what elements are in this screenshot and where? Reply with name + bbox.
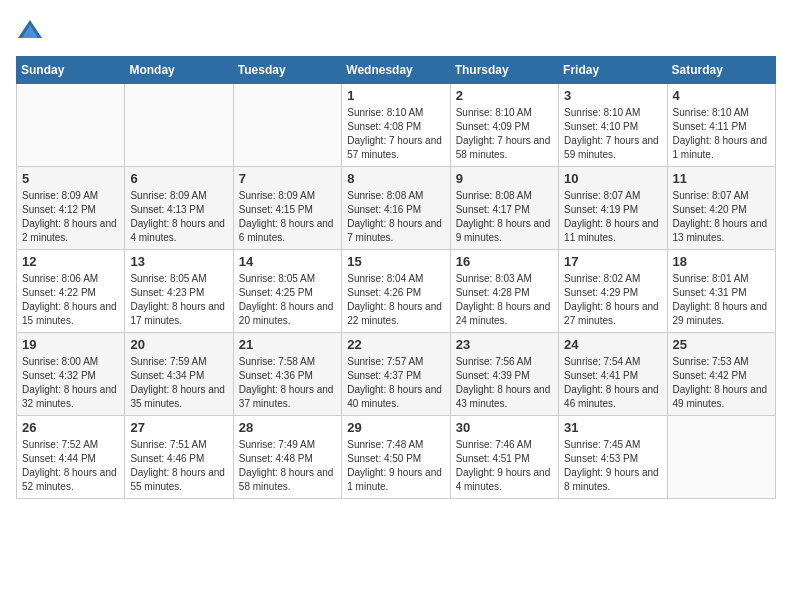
day-number: 31: [564, 420, 661, 435]
day-info: Sunrise: 8:00 AM Sunset: 4:32 PM Dayligh…: [22, 355, 119, 411]
day-number: 12: [22, 254, 119, 269]
calendar-cell: 24Sunrise: 7:54 AM Sunset: 4:41 PM Dayli…: [559, 333, 667, 416]
day-info: Sunrise: 8:08 AM Sunset: 4:17 PM Dayligh…: [456, 189, 553, 245]
calendar-cell: 11Sunrise: 8:07 AM Sunset: 4:20 PM Dayli…: [667, 167, 775, 250]
day-of-week-header: Wednesday: [342, 57, 450, 84]
day-number: 6: [130, 171, 227, 186]
calendar-cell: 31Sunrise: 7:45 AM Sunset: 4:53 PM Dayli…: [559, 416, 667, 499]
day-info: Sunrise: 8:02 AM Sunset: 4:29 PM Dayligh…: [564, 272, 661, 328]
day-info: Sunrise: 8:05 AM Sunset: 4:25 PM Dayligh…: [239, 272, 336, 328]
day-number: 20: [130, 337, 227, 352]
calendar-cell: 16Sunrise: 8:03 AM Sunset: 4:28 PM Dayli…: [450, 250, 558, 333]
logo-icon: [16, 16, 44, 44]
day-number: 9: [456, 171, 553, 186]
calendar-cell: 13Sunrise: 8:05 AM Sunset: 4:23 PM Dayli…: [125, 250, 233, 333]
day-info: Sunrise: 7:59 AM Sunset: 4:34 PM Dayligh…: [130, 355, 227, 411]
calendar-cell: 2Sunrise: 8:10 AM Sunset: 4:09 PM Daylig…: [450, 84, 558, 167]
calendar-cell: 4Sunrise: 8:10 AM Sunset: 4:11 PM Daylig…: [667, 84, 775, 167]
day-info: Sunrise: 7:57 AM Sunset: 4:37 PM Dayligh…: [347, 355, 444, 411]
day-info: Sunrise: 8:10 AM Sunset: 4:10 PM Dayligh…: [564, 106, 661, 162]
calendar-cell: 19Sunrise: 8:00 AM Sunset: 4:32 PM Dayli…: [17, 333, 125, 416]
calendar-cell: 26Sunrise: 7:52 AM Sunset: 4:44 PM Dayli…: [17, 416, 125, 499]
calendar-cell: [125, 84, 233, 167]
day-info: Sunrise: 7:53 AM Sunset: 4:42 PM Dayligh…: [673, 355, 770, 411]
day-of-week-header: Monday: [125, 57, 233, 84]
day-of-week-header: Sunday: [17, 57, 125, 84]
calendar-cell: 14Sunrise: 8:05 AM Sunset: 4:25 PM Dayli…: [233, 250, 341, 333]
day-number: 30: [456, 420, 553, 435]
day-info: Sunrise: 8:08 AM Sunset: 4:16 PM Dayligh…: [347, 189, 444, 245]
calendar-week-row: 19Sunrise: 8:00 AM Sunset: 4:32 PM Dayli…: [17, 333, 776, 416]
day-info: Sunrise: 7:48 AM Sunset: 4:50 PM Dayligh…: [347, 438, 444, 494]
day-info: Sunrise: 7:54 AM Sunset: 4:41 PM Dayligh…: [564, 355, 661, 411]
calendar-cell: 22Sunrise: 7:57 AM Sunset: 4:37 PM Dayli…: [342, 333, 450, 416]
calendar-cell: 7Sunrise: 8:09 AM Sunset: 4:15 PM Daylig…: [233, 167, 341, 250]
day-number: 14: [239, 254, 336, 269]
calendar-week-row: 26Sunrise: 7:52 AM Sunset: 4:44 PM Dayli…: [17, 416, 776, 499]
calendar-cell: 15Sunrise: 8:04 AM Sunset: 4:26 PM Dayli…: [342, 250, 450, 333]
day-number: 2: [456, 88, 553, 103]
day-number: 5: [22, 171, 119, 186]
calendar-cell: 21Sunrise: 7:58 AM Sunset: 4:36 PM Dayli…: [233, 333, 341, 416]
calendar-cell: 20Sunrise: 7:59 AM Sunset: 4:34 PM Dayli…: [125, 333, 233, 416]
day-number: 1: [347, 88, 444, 103]
day-info: Sunrise: 8:07 AM Sunset: 4:20 PM Dayligh…: [673, 189, 770, 245]
day-info: Sunrise: 8:03 AM Sunset: 4:28 PM Dayligh…: [456, 272, 553, 328]
day-number: 3: [564, 88, 661, 103]
calendar-week-row: 12Sunrise: 8:06 AM Sunset: 4:22 PM Dayli…: [17, 250, 776, 333]
calendar-cell: 10Sunrise: 8:07 AM Sunset: 4:19 PM Dayli…: [559, 167, 667, 250]
calendar-cell: [17, 84, 125, 167]
calendar-cell: 5Sunrise: 8:09 AM Sunset: 4:12 PM Daylig…: [17, 167, 125, 250]
day-number: 28: [239, 420, 336, 435]
day-number: 16: [456, 254, 553, 269]
day-info: Sunrise: 7:56 AM Sunset: 4:39 PM Dayligh…: [456, 355, 553, 411]
calendar-cell: 3Sunrise: 8:10 AM Sunset: 4:10 PM Daylig…: [559, 84, 667, 167]
calendar-cell: 28Sunrise: 7:49 AM Sunset: 4:48 PM Dayli…: [233, 416, 341, 499]
day-info: Sunrise: 8:09 AM Sunset: 4:15 PM Dayligh…: [239, 189, 336, 245]
day-number: 8: [347, 171, 444, 186]
day-number: 25: [673, 337, 770, 352]
page-header: [16, 16, 776, 44]
day-info: Sunrise: 7:51 AM Sunset: 4:46 PM Dayligh…: [130, 438, 227, 494]
day-info: Sunrise: 8:04 AM Sunset: 4:26 PM Dayligh…: [347, 272, 444, 328]
day-info: Sunrise: 7:46 AM Sunset: 4:51 PM Dayligh…: [456, 438, 553, 494]
calendar-cell: [233, 84, 341, 167]
day-of-week-header: Saturday: [667, 57, 775, 84]
day-number: 27: [130, 420, 227, 435]
day-number: 24: [564, 337, 661, 352]
calendar-cell: 29Sunrise: 7:48 AM Sunset: 4:50 PM Dayli…: [342, 416, 450, 499]
day-number: 29: [347, 420, 444, 435]
calendar-cell: 17Sunrise: 8:02 AM Sunset: 4:29 PM Dayli…: [559, 250, 667, 333]
day-number: 4: [673, 88, 770, 103]
day-number: 11: [673, 171, 770, 186]
calendar-table: SundayMondayTuesdayWednesdayThursdayFrid…: [16, 56, 776, 499]
day-info: Sunrise: 8:07 AM Sunset: 4:19 PM Dayligh…: [564, 189, 661, 245]
day-number: 21: [239, 337, 336, 352]
day-info: Sunrise: 7:45 AM Sunset: 4:53 PM Dayligh…: [564, 438, 661, 494]
calendar-cell: 23Sunrise: 7:56 AM Sunset: 4:39 PM Dayli…: [450, 333, 558, 416]
day-number: 22: [347, 337, 444, 352]
day-number: 18: [673, 254, 770, 269]
calendar-cell: 30Sunrise: 7:46 AM Sunset: 4:51 PM Dayli…: [450, 416, 558, 499]
calendar-cell: 8Sunrise: 8:08 AM Sunset: 4:16 PM Daylig…: [342, 167, 450, 250]
day-info: Sunrise: 7:52 AM Sunset: 4:44 PM Dayligh…: [22, 438, 119, 494]
day-of-week-header: Tuesday: [233, 57, 341, 84]
calendar-cell: 12Sunrise: 8:06 AM Sunset: 4:22 PM Dayli…: [17, 250, 125, 333]
calendar-week-row: 1Sunrise: 8:10 AM Sunset: 4:08 PM Daylig…: [17, 84, 776, 167]
day-number: 7: [239, 171, 336, 186]
calendar-cell: 6Sunrise: 8:09 AM Sunset: 4:13 PM Daylig…: [125, 167, 233, 250]
calendar-cell: 18Sunrise: 8:01 AM Sunset: 4:31 PM Dayli…: [667, 250, 775, 333]
calendar-header-row: SundayMondayTuesdayWednesdayThursdayFrid…: [17, 57, 776, 84]
day-number: 13: [130, 254, 227, 269]
calendar-week-row: 5Sunrise: 8:09 AM Sunset: 4:12 PM Daylig…: [17, 167, 776, 250]
calendar-cell: 25Sunrise: 7:53 AM Sunset: 4:42 PM Dayli…: [667, 333, 775, 416]
day-number: 10: [564, 171, 661, 186]
day-info: Sunrise: 7:58 AM Sunset: 4:36 PM Dayligh…: [239, 355, 336, 411]
day-of-week-header: Friday: [559, 57, 667, 84]
day-info: Sunrise: 7:49 AM Sunset: 4:48 PM Dayligh…: [239, 438, 336, 494]
day-of-week-header: Thursday: [450, 57, 558, 84]
logo: [16, 16, 48, 44]
day-number: 23: [456, 337, 553, 352]
calendar-cell: [667, 416, 775, 499]
day-number: 26: [22, 420, 119, 435]
